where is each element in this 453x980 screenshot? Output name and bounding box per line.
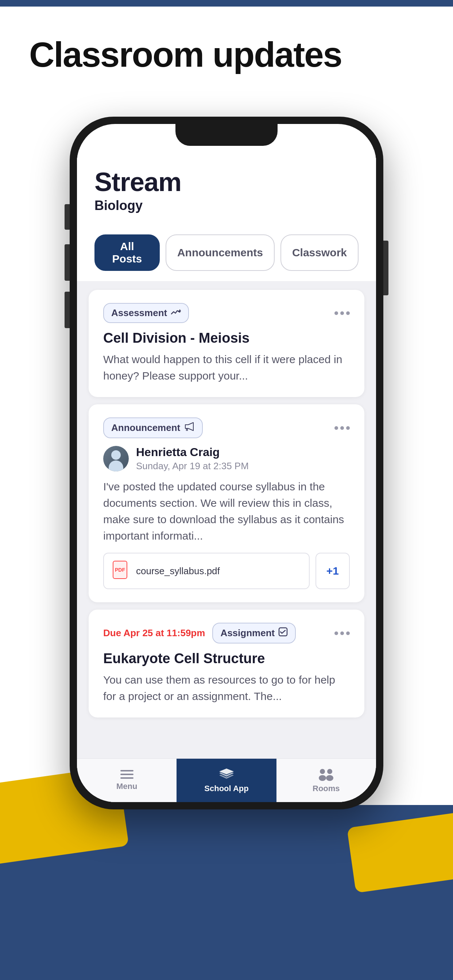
author-row: Henrietta Craig Sunday, Apr 19 at 2:35 P… [103,445,350,472]
tab-classwork[interactable]: Classwork [281,234,359,271]
phone-body: Stream Biology All Posts Announcements C… [70,117,383,810]
filter-tabs: All Posts Announcements Classwork [77,224,376,281]
avatar-image [103,446,129,471]
assignment-body: You can use them as resources to go to f… [103,671,350,705]
assessment-icon [171,308,181,318]
school-app-icon [219,768,234,781]
menu-label: Menu [116,782,137,791]
nav-menu[interactable]: Menu [77,759,177,802]
dot-s3 [346,632,350,635]
attachment-filename: course_syllabus.pdf [136,565,220,577]
school-app-label: School App [204,784,248,793]
hamburger-line-3 [120,777,134,779]
assignment-title: Eukaryote Cell Structure [103,651,350,667]
nav-school-app[interactable]: School App [177,759,276,802]
volume-up-button [65,204,70,230]
dot-a2 [340,426,344,430]
svg-point-11 [327,769,332,774]
bottom-nav: Menu School App [77,758,376,802]
silent-button [65,292,70,328]
announcement-header-row: Announcement [103,417,350,438]
assignment-card[interactable]: Due Apr 25 at 11:59pm Assignment [89,609,364,718]
author-info: Henrietta Craig Sunday, Apr 19 at 2:35 P… [136,445,249,472]
author-name: Henrietta Craig [136,445,249,459]
announcement-body: I've posted the updated course syllabus … [103,478,350,544]
dot1 [335,311,338,315]
stream-title: Stream [94,168,359,197]
volume-down-button [65,244,70,281]
announcement-tag-label: Announcement [111,422,180,433]
avatar [103,446,129,471]
dot-a1 [335,426,338,430]
yellow-accent-right [347,812,453,893]
assignment-tag-label: Assignment [220,627,274,639]
cards-area: Assessment [77,281,376,726]
phone-mockup: Stream Biology All Posts Announcements C… [70,117,383,810]
page-title: Classroom updates [29,37,342,73]
more-options-button[interactable] [335,311,350,315]
attachment-count[interactable]: +1 [316,553,350,589]
hamburger-line-2 [120,774,134,775]
announcement-card[interactable]: Announcement [89,404,364,602]
power-button [383,240,388,295]
pdf-icon-body: PDF [113,561,127,579]
pdf-icon: PDF [113,561,130,581]
tab-all-posts[interactable]: All Posts [94,234,160,271]
author-date: Sunday, Apr 19 at 2:35 PM [136,460,249,472]
assessment-card[interactable]: Assessment [89,290,364,397]
assessment-card-body: What would happen to this cell if it wer… [103,351,350,384]
svg-point-12 [326,775,333,781]
attachment-file[interactable]: PDF course_syllabus.pdf [103,553,309,589]
rooms-label: Rooms [313,784,340,793]
dot-s1 [335,632,338,635]
rooms-icon [317,768,335,781]
megaphone-icon [184,422,195,434]
assignment-tags: Due Apr 25 at 11:59pm Assignment [103,623,296,643]
due-date-label: Due Apr 25 at 11:59pm [103,627,205,639]
hamburger-line-1 [120,770,134,772]
more-options-button-assign[interactable] [335,632,350,635]
stream-subtitle: Biology [94,198,359,213]
dot-a3 [346,426,350,430]
phone-notch [175,124,278,146]
checkbox-icon [278,627,288,639]
assessment-card-title: Cell Division - Meiosis [103,330,350,346]
announcement-tag: Announcement [103,417,203,438]
scroll-area: Stream Biology All Posts Announcements C… [77,150,376,758]
menu-icon [120,770,134,779]
dot2 [340,311,344,315]
phone-screen: Stream Biology All Posts Announcements C… [77,124,376,802]
assignment-header-row: Due Apr 25 at 11:59pm Assignment [103,623,350,643]
tag-label: Assessment [111,307,167,319]
assignment-tag: Assignment [212,623,296,643]
attachment-row: PDF course_syllabus.pdf +1 [103,553,350,589]
stream-header: Stream Biology [77,150,376,224]
assessment-tag: Assessment [103,303,189,323]
dot-s2 [340,632,344,635]
more-options-button-ann[interactable] [335,426,350,430]
card-header-row: Assessment [103,303,350,323]
svg-point-9 [320,769,325,774]
nav-rooms[interactable]: Rooms [276,759,376,802]
tab-announcements[interactable]: Announcements [166,234,274,271]
dot3 [346,311,350,315]
bottom-background [0,805,453,980]
svg-point-10 [319,775,326,781]
top-bar [0,0,453,6]
screen-content: Stream Biology All Posts Announcements C… [77,150,376,802]
